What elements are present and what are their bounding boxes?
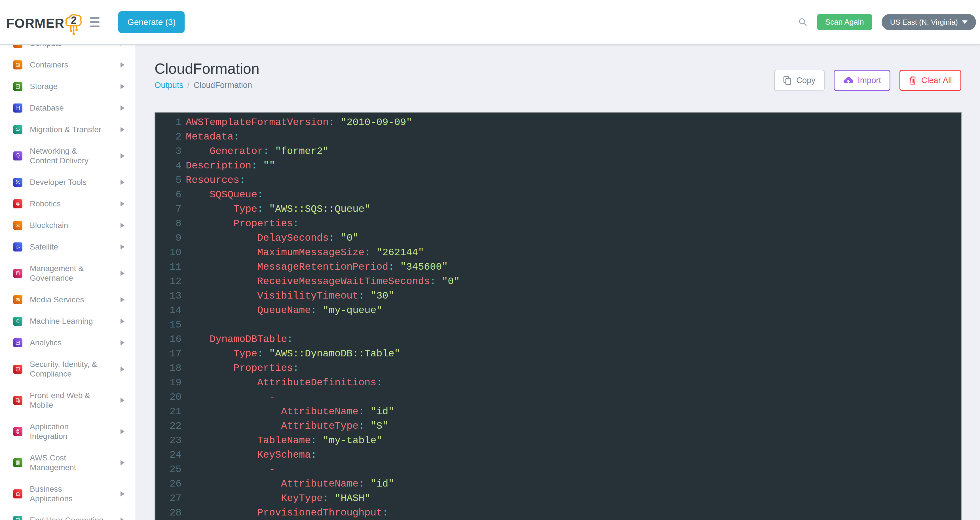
sidebar-item-security-identity-compliance[interactable]: Security, Identity, &Compliance [0,353,135,385]
sidebar-item-robotics[interactable]: Robotics [0,193,135,215]
chevron-right-icon [121,84,124,89]
code-line: AWSTemplateFormatVersion: "2010-09-09" [186,115,460,130]
copy-button[interactable]: Copy [774,70,825,91]
sidebar-item-analytics[interactable]: Analytics [0,332,135,353]
logo-wordmark: FORMER [6,16,64,31]
chevron-right-icon [121,367,124,372]
editor-gutter: 1234567891011121314151617181920212223242… [155,113,181,520]
storage-icon [13,82,22,91]
blockchain-icon [13,221,22,230]
sidebar-item-label: Analytics [30,338,62,348]
application-integration-icon [13,427,22,436]
sidebar-item-aws-cost-management[interactable]: AWS CostManagement [0,447,135,478]
line-number: 10 [155,245,181,260]
machine-learning-icon [13,317,22,326]
sidebar-item-label: Management &Governance [30,264,84,283]
chevron-right-icon [121,180,124,185]
chevron-right-icon [121,460,124,465]
sidebar-item-label: Networking &Content Delivery [30,146,89,165]
sidebar-item-end-user-computing[interactable]: End User Computing [0,509,135,520]
import-button[interactable]: Import [834,70,890,91]
sidebar-item-satellite[interactable]: Satellite [0,236,135,258]
page-title: CloudFormation [154,60,259,78]
sidebar-item-label: Database [30,103,64,113]
sidebar-item-migration-transfer[interactable]: Migration & Transfer [0,119,135,140]
code-line: Type: "AWS::SQS::Queue" [186,202,460,216]
sidebar-item-compute[interactable]: Compute [0,45,135,54]
search-icon[interactable] [798,17,808,27]
line-number: 2 [155,130,181,144]
line-number: 13 [155,289,181,304]
sidebar-item-management-governance[interactable]: Management &Governance [0,258,135,289]
line-number: 1 [155,115,181,130]
code-line: AttributeName: "id" [186,405,460,419]
breadcrumb-current: CloudFormation [194,81,252,90]
sidebar-item-database[interactable]: Database [0,97,135,119]
line-number: 11 [155,260,181,275]
code-line: AttributeType: "S" [186,419,460,434]
sidebar-item-label: Compute [30,45,62,48]
chevron-right-icon [121,127,124,132]
line-number: 25 [155,463,181,477]
chevron-right-icon [121,319,124,324]
sidebar-item-label: Blockchain [30,221,68,230]
end-user-computing-icon [13,516,22,520]
line-number: 7 [155,202,181,216]
clear-all-button[interactable]: Clear All [899,70,961,91]
sidebar-item-front-end-web-mobile[interactable]: Front-end Web &Mobile [0,385,135,416]
logo-cloud-icon: 2 [65,12,83,37]
sidebar-item-label: Security, Identity, &Compliance [30,359,97,379]
database-icon [13,103,22,113]
sidebar-item-business-applications[interactable]: BusinessApplications [0,478,135,509]
code-line: TableName: "my-table" [186,434,460,448]
sidebar-item-application-integration[interactable]: ApplicationIntegration [0,416,135,447]
sidebar-item-developer-tools[interactable]: Developer Tools [0,172,135,193]
sidebar-item-label: BusinessApplications [30,484,73,504]
sidebar-item-networking-content-delivery[interactable]: Networking &Content Delivery [0,140,135,172]
chevron-right-icon [121,201,124,207]
chevron-right-icon [121,153,124,159]
chevron-right-icon [121,340,124,345]
sidebar-item-storage[interactable]: Storage [0,76,135,97]
analytics-icon [13,338,22,347]
chevron-right-icon [121,45,124,46]
region-selector[interactable]: US East (N. Virginia) [881,14,976,30]
former2-logo[interactable]: FORMER 2 [6,8,83,37]
line-number: 19 [155,376,181,390]
line-number: 17 [155,347,181,361]
code-line [186,318,460,332]
chevron-right-icon [121,429,124,434]
line-number: 22 [155,419,181,434]
code-line: Type: "AWS::DynamoDB::Table" [186,347,460,361]
migration-transfer-icon [13,125,22,134]
networking-content-delivery-icon [13,151,22,161]
line-number: 18 [155,361,181,376]
line-number: 26 [155,477,181,491]
code-editor[interactable]: 1234567891011121314151617181920212223242… [154,112,962,520]
breadcrumb-outputs-link[interactable]: Outputs [154,81,183,90]
line-number: 9 [155,231,181,245]
line-number: 3 [155,144,181,159]
sidebar-item-containers[interactable]: Containers [0,54,135,76]
sidebar-item-blockchain[interactable]: Blockchain [0,215,135,236]
code-line: Resources: [186,173,460,188]
main-content: CloudFormation Outputs/CloudFormation Co… [137,45,980,520]
code-line: AttributeDefinitions: [186,376,460,390]
sidebar-item-machine-learning[interactable]: Machine Learning [0,310,135,332]
line-number: 23 [155,434,181,448]
line-number: 28 [155,506,181,520]
menu-toggle-icon[interactable] [90,17,105,27]
scan-again-button[interactable]: Scan Again [817,14,872,30]
chevron-right-icon [121,245,124,250]
line-number: 14 [155,304,181,318]
line-number: 24 [155,448,181,463]
satellite-icon [13,242,22,251]
region-label: US East (N. Virginia) [890,18,958,27]
breadcrumb-separator: / [188,81,190,90]
sidebar-item-media-services[interactable]: Media Services [0,289,135,310]
services-sidebar: ComputeContainersStorageDatabaseMigratio… [0,45,136,520]
line-number: 15 [155,318,181,332]
sidebar-item-label: Migration & Transfer [30,125,101,134]
code-line: ReceiveMessageWaitTimeSeconds: "0" [186,275,460,289]
generate-button[interactable]: Generate (3) [118,11,185,33]
